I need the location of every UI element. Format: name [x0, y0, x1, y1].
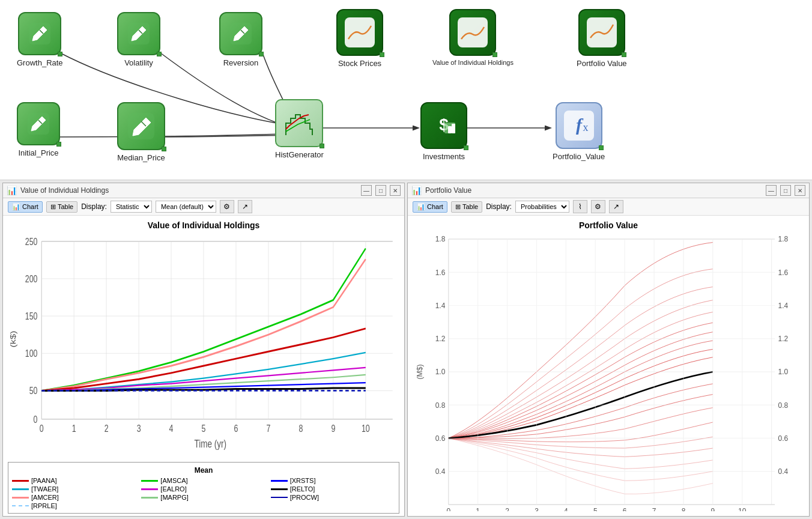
diagram-area: Growth_Rate Volatility Reversion Stock P…	[0, 0, 812, 180]
panel2-chart-icon: 📊	[411, 186, 422, 195]
svg-text:2: 2	[505, 507, 509, 511]
panel1-minimize-btn[interactable]: —	[361, 185, 372, 196]
node-dot	[157, 52, 162, 56]
panel1-title: Value of Individual Holdings	[20, 186, 357, 195]
svg-text:1.8: 1.8	[778, 235, 789, 243]
value-holdings-label: Value of Individual Holdings	[432, 59, 514, 66]
svg-text:0: 0	[34, 414, 38, 425]
legend-item-paana: [PAANA]	[12, 477, 136, 484]
svg-text:10: 10	[738, 507, 747, 511]
initial-price-icon	[17, 102, 60, 145]
panels-area: 📊 Value of Individual Holdings — □ ✕ 📊 C…	[0, 180, 812, 519]
node-hist-generator[interactable]: HistGenerator	[275, 99, 324, 159]
volatility-label: Volatility	[124, 58, 153, 67]
svg-rect-15	[448, 126, 452, 133]
panel1-chart-content: Value of Individual Holdings	[3, 216, 404, 460]
svg-text:1.0: 1.0	[778, 368, 789, 376]
svg-text:Time (yr): Time (yr)	[195, 438, 226, 449]
panel1-maximize-btn[interactable]: □	[375, 185, 386, 196]
legend-item-twaer: [TWAER]	[12, 485, 136, 493]
svg-text:200: 200	[25, 273, 38, 284]
node-dot	[162, 147, 166, 151]
panel1-settings-btn[interactable]: ⚙	[220, 200, 234, 213]
svg-text:6: 6	[623, 507, 627, 511]
legend-item-relto: [RELTO]	[271, 485, 395, 493]
node-dot	[320, 144, 324, 148]
panel2-display-label: Display:	[486, 202, 512, 211]
panel2-maximize-btn[interactable]: □	[780, 185, 791, 196]
legend-line-amsca	[141, 480, 158, 482]
panel2-close-btn[interactable]: ✕	[795, 185, 805, 196]
chart-bar-icon: 📊	[12, 203, 20, 211]
panel2-svg-area: 1.8 1.6 1.4 1.2 1.0 0.8 0.6 0.4 1.8 1.6 …	[413, 232, 804, 511]
panel2-settings-btn[interactable]: ⚙	[591, 200, 605, 213]
panel1-chart-btn[interactable]: 📊 Chart	[8, 201, 43, 213]
legend-line-paana	[12, 480, 29, 482]
panel2-icon-btn1[interactable]: ⌇	[573, 200, 587, 213]
growth-rate-label: Growth_Rate	[17, 58, 63, 67]
svg-text:9: 9	[711, 507, 715, 511]
value-holdings-icon	[449, 9, 496, 56]
panel1-chart-title: Value of Individual Holdings	[8, 220, 399, 230]
node-stock-prices[interactable]: Stock Prices	[336, 9, 383, 68]
svg-text:0.4: 0.4	[435, 467, 446, 476]
node-volatility[interactable]: Volatility	[117, 12, 160, 67]
node-dot	[622, 52, 626, 57]
legend-item-rprle: [RPRLE]	[12, 502, 136, 509]
legend-line-relto	[271, 488, 288, 490]
panel1-table-btn[interactable]: ⊞ Table	[46, 201, 77, 213]
node-dot	[492, 52, 497, 57]
svg-text:1.6: 1.6	[435, 269, 446, 277]
svg-text:1.6: 1.6	[778, 269, 789, 277]
legend-line-rprle	[12, 505, 29, 506]
panel2-titlebar: 📊 Portfolio Value — □ ✕	[408, 183, 809, 198]
panel2-title: Portfolio Value	[425, 186, 762, 195]
node-dot	[259, 52, 264, 56]
growth-rate-icon	[18, 12, 61, 55]
node-dot	[464, 145, 468, 150]
panel2-minimize-btn[interactable]: —	[766, 185, 777, 196]
panel2-table-btn[interactable]: ⊞ Table	[451, 201, 482, 213]
panel2-chart-btn[interactable]: 📊 Chart	[413, 201, 447, 213]
panel1-svg-area: 250 200 150 100 50 0 (k$) 0 1 2 3 4 5 6	[8, 232, 399, 455]
node-portfolio-value-top[interactable]: Portfolio Value	[577, 9, 627, 68]
svg-text:1.4: 1.4	[778, 302, 789, 310]
legend-item-ealro: [EALRO]	[141, 485, 265, 493]
legend-title: Mean	[12, 466, 395, 475]
legend-line-amcer	[12, 497, 29, 499]
panel2-chart-content: Portfolio Value	[408, 216, 809, 516]
svg-text:10: 10	[362, 423, 370, 434]
svg-text:1: 1	[476, 507, 480, 511]
node-reversion[interactable]: Reversion	[219, 12, 262, 67]
node-portfolio-value-fx[interactable]: f x Portfolio_Value	[553, 102, 605, 161]
panel1-close-btn[interactable]: ✕	[390, 185, 401, 196]
table-grid-icon2: ⊞	[455, 203, 461, 211]
panel2-chart-title: Portfolio Value	[413, 220, 804, 230]
svg-text:7: 7	[266, 423, 270, 434]
stock-prices-label: Stock Prices	[338, 59, 381, 68]
node-initial-price[interactable]: Initial_Price	[17, 102, 60, 157]
legend-item-marpg: [MARPG]	[141, 494, 265, 501]
svg-text:150: 150	[25, 311, 38, 321]
panel2-export-btn[interactable]: ↗	[609, 200, 623, 213]
svg-text:1.2: 1.2	[778, 335, 789, 343]
panel2-display-select[interactable]: Probabilities	[515, 201, 569, 213]
legend-grid: [PAANA] [AMSCA] [XRSTS] [TWAER] [EALRO]	[12, 477, 395, 509]
panel1-display-select[interactable]: Statistic	[111, 201, 152, 213]
svg-text:1.0: 1.0	[435, 368, 446, 376]
hist-generator-icon	[275, 99, 323, 147]
svg-rect-7	[458, 17, 488, 47]
reversion-label: Reversion	[223, 58, 259, 67]
panel1-export-btn[interactable]: ↗	[238, 200, 252, 213]
svg-text:100: 100	[25, 348, 38, 359]
portfolio-value-fx-label: Portfolio_Value	[553, 152, 605, 161]
panel1-mean-select[interactable]: Mean (default)	[156, 201, 216, 213]
node-median-price[interactable]: Median_Price	[117, 102, 165, 162]
median-price-label: Median_Price	[117, 153, 165, 162]
node-investments[interactable]: $ Investments	[420, 102, 467, 161]
portfolio-value-fx-icon: f x	[556, 102, 602, 149]
node-value-holdings[interactable]: Value of Individual Holdings	[432, 9, 514, 66]
node-growth-rate[interactable]: Growth_Rate	[17, 12, 63, 67]
investments-label: Investments	[423, 152, 465, 161]
hist-generator-label: HistGenerator	[275, 150, 324, 159]
